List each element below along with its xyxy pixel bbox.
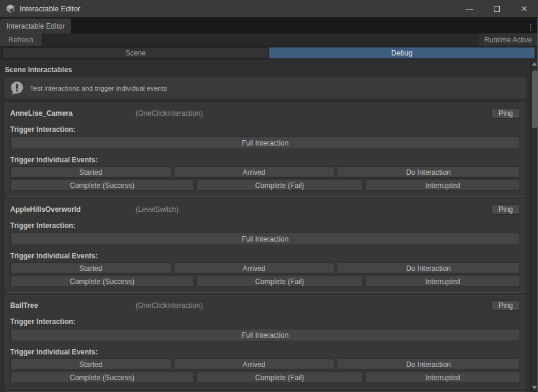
title-bar: Interactable Editor — × [0, 0, 538, 18]
toolbar: Refresh Runtime Active [0, 33, 538, 47]
interactable-name: AppleHillsOverworld [10, 205, 136, 214]
unity-cube-icon [5, 4, 16, 14]
maximize-icon [494, 6, 500, 12]
interrupted-button[interactable]: Interrupted [365, 276, 520, 287]
ping-button[interactable]: Ping [491, 300, 520, 311]
trigger-interaction-label: Trigger Interaction: [10, 125, 520, 134]
complete-fail-button[interactable]: Complete (Fail) [196, 276, 363, 287]
entry-header: AppleHillsOverworld (LevelSwitch) Ping [10, 204, 520, 215]
minimize-button[interactable]: — [456, 0, 483, 17]
interactable-name: AnneLise_Camera [10, 109, 136, 118]
started-button[interactable]: Started [10, 359, 171, 370]
window-title: Interactable Editor [20, 5, 80, 13]
runtime-active-button[interactable]: Runtime Active [478, 33, 538, 46]
close-button[interactable]: × [511, 0, 538, 17]
started-button[interactable]: Started [10, 263, 171, 274]
tab-interactable-editor[interactable]: Interactable Editor [0, 18, 71, 33]
content-area: Scene Interactables Test interactions an… [0, 60, 538, 392]
complete-success-button[interactable]: Complete (Success) [10, 180, 194, 191]
info-bubble-icon [10, 81, 24, 95]
trigger-interaction-label: Trigger Interaction: [10, 221, 520, 230]
scroll-view: Scene Interactables Test interactions an… [0, 60, 530, 392]
scrollbar-thumb[interactable] [532, 70, 537, 128]
complete-success-button[interactable]: Complete (Success) [10, 276, 194, 287]
trigger-individual-events-label: Trigger Individual Events: [10, 252, 520, 260]
trigger-interaction-label: Trigger Interaction: [10, 317, 520, 326]
event-button-row: Started Arrived Do Interaction [10, 166, 520, 178]
trigger-individual-events-label: Trigger Individual Events: [10, 348, 520, 356]
trigger-individual-events-label: Trigger Individual Events: [10, 156, 520, 164]
triangle-down-icon [532, 386, 537, 390]
interrupted-button[interactable]: Interrupted [365, 180, 520, 191]
interactable-entry: BallTree (OneClickInteraction) Ping Trig… [5, 295, 525, 389]
event-button-row: Complete (Success) Complete (Fail) Inter… [10, 372, 520, 383]
full-interaction-button[interactable]: Full Interaction [10, 329, 520, 341]
complete-success-button[interactable]: Complete (Success) [10, 372, 194, 383]
triangle-up-icon [532, 62, 537, 66]
arrived-button[interactable]: Arrived [174, 263, 334, 274]
complete-fail-button[interactable]: Complete (Fail) [196, 372, 363, 383]
tab-scene[interactable]: Scene [2, 47, 269, 58]
help-box: Test interactions and trigger individual… [5, 78, 525, 98]
interactable-name: BallTree [10, 301, 136, 310]
entry-header: AnneLise_Camera (OneClickInteraction) Pi… [10, 108, 520, 119]
interactable-entry: AnneLise_Camera (OneClickInteraction) Pi… [5, 103, 525, 197]
interrupted-button[interactable]: Interrupted [365, 372, 520, 383]
event-button-row: Started Arrived Do Interaction [10, 263, 520, 274]
kebab-menu-icon[interactable]: ⋮ [523, 23, 538, 33]
view-tab-bar: Scene Debug [0, 47, 538, 60]
event-button-row: Complete (Success) Complete (Fail) Inter… [10, 180, 520, 191]
started-button[interactable]: Started [10, 166, 171, 178]
do-interaction-button[interactable]: Do Interaction [337, 263, 520, 274]
tab-debug[interactable]: Debug [269, 47, 535, 58]
full-interaction-button[interactable]: Full Interaction [10, 233, 520, 245]
arrived-button[interactable]: Arrived [174, 166, 334, 178]
window-controls: — × [456, 0, 538, 17]
maximize-button[interactable] [483, 0, 511, 17]
entry-header: BallTree (OneClickInteraction) Ping [10, 300, 520, 311]
help-text: Test interactions and trigger individual… [30, 85, 167, 92]
arrived-button[interactable]: Arrived [174, 359, 334, 370]
interactable-type: (LevelSwitch) [136, 205, 179, 214]
interactable-type: (OneClickInteraction) [136, 109, 203, 118]
full-interaction-button[interactable]: Full Interaction [10, 137, 520, 149]
ping-button[interactable]: Ping [491, 204, 520, 215]
refresh-button[interactable]: Refresh [0, 33, 42, 46]
do-interaction-button[interactable]: Do Interaction [337, 166, 520, 178]
complete-fail-button[interactable]: Complete (Fail) [196, 180, 363, 191]
ping-button[interactable]: Ping [491, 108, 520, 119]
event-button-row: Started Arrived Do Interaction [10, 359, 520, 370]
do-interaction-button[interactable]: Do Interaction [337, 359, 520, 370]
section-title: Scene Interactables [5, 66, 525, 74]
event-button-row: Complete (Success) Complete (Fail) Inter… [10, 276, 520, 287]
interactable-type: (OneClickInteraction) [136, 301, 203, 310]
interactable-entry: AppleHillsOverworld (LevelSwitch) Ping T… [5, 199, 525, 293]
editor-tab-bar: Interactable Editor ⋮ [0, 18, 538, 33]
